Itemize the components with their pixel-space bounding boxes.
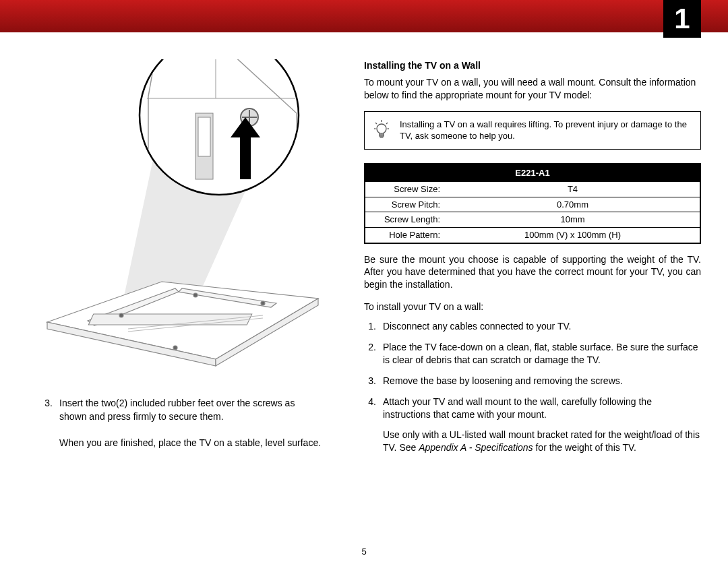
chapter-number: 1	[674, 3, 690, 35]
spec-table: E221-A1 Screw Size: T4 Screw Pitch: 0.70…	[364, 163, 701, 244]
note-part-b: for the weight of this TV.	[533, 442, 636, 453]
spec-value: T4	[446, 182, 700, 197]
spec-label: Screw Length:	[365, 212, 446, 228]
install-step-4: Attach your TV and wall mount to the wal…	[364, 396, 701, 455]
safety-callout: Installing a TV on a wall requires lifti…	[364, 111, 701, 150]
svg-line-21	[386, 123, 388, 124]
spec-value: 10mm	[446, 212, 700, 228]
svg-point-12	[193, 293, 198, 297]
svg-rect-9	[88, 314, 251, 325]
install-step-3: Remove the base by loosening and removin…	[364, 375, 701, 387]
page-body: 3. Insert the two(2) included rubber fee…	[0, 32, 728, 562]
spec-value: 100mm (V) x 100mm (H)	[446, 227, 700, 243]
appendix-reference: Appendix A - Specifications	[419, 442, 533, 453]
table-row: Screw Length: 10mm	[365, 212, 700, 228]
step-3-para-2: When you are finished, place the TV on a…	[59, 436, 324, 449]
install-steps-list: Disconnect any cables connected to your …	[364, 320, 701, 454]
table-row: Hole Pattern: 100mm (V) x 100mm (H)	[365, 227, 700, 243]
callout-text: Installing a TV on a wall requires lifti…	[400, 119, 692, 142]
svg-line-20	[375, 123, 377, 124]
spec-table-header: E221-A1	[365, 164, 700, 182]
step-3-number: 3.	[40, 396, 53, 449]
header-band	[0, 0, 728, 32]
step-3: 3. Insert the two(2) included rubber fee…	[40, 396, 324, 449]
install-step-4-note: Use only with a UL-listed wall mount bra…	[383, 429, 701, 454]
table-row: Screw Pitch: 0.70mm	[365, 197, 700, 212]
steps-intro: To install yovur TV on a wall:	[364, 301, 701, 313]
svg-point-13	[261, 301, 265, 305]
assembly-diagram	[40, 59, 324, 376]
lightbulb-icon	[373, 120, 390, 140]
svg-point-11	[173, 346, 177, 350]
install-step-1: Disconnect any cables connected to your …	[364, 320, 701, 333]
table-row: Screw Size: T4	[365, 182, 700, 197]
intro-paragraph: To mount your TV on a wall, you will nee…	[364, 76, 701, 102]
section-heading: Installing the TV on a Wall	[364, 59, 701, 72]
spec-value: 0.70mm	[446, 197, 700, 212]
after-table-paragraph: Be sure the mount you choose is capable …	[364, 253, 701, 292]
spec-label: Screw Pitch:	[365, 197, 446, 212]
install-step-3-text: Remove the base by loosening and removin…	[383, 375, 701, 387]
install-step-2-text: Place the TV face-down on a clean, flat,…	[383, 341, 701, 367]
spec-label: Screw Size:	[365, 182, 446, 197]
svg-rect-5	[198, 117, 210, 156]
svg-point-16	[377, 124, 386, 133]
page-number: 5	[0, 547, 728, 557]
right-column: Installing the TV on a Wall To mount you…	[364, 59, 701, 562]
spec-label: Hole Pattern:	[365, 227, 446, 243]
install-step-4-text: Attach your TV and wall mount to the wal…	[383, 396, 701, 421]
left-step-text: 3. Insert the two(2) included rubber fee…	[40, 396, 324, 449]
install-step-1-text: Disconnect any cables connected to your …	[383, 320, 701, 333]
install-step-2: Place the TV face-down on a clean, flat,…	[364, 341, 701, 367]
left-column: 3. Insert the two(2) included rubber fee…	[27, 59, 337, 562]
step-3-para-1: Insert the two(2) included rubber feet o…	[59, 396, 324, 424]
svg-point-10	[119, 313, 123, 317]
